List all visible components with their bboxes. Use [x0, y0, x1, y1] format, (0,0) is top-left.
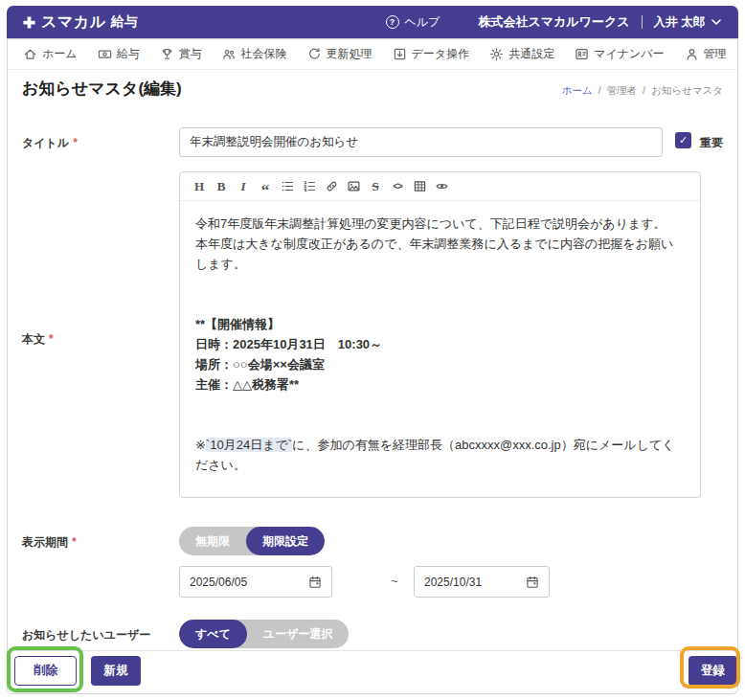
users-toggle: すべて ユーザー選択	[179, 620, 349, 648]
breadcrumb: ホーム / 管理者 / お知らせマスタ	[562, 84, 723, 98]
chevron-down-icon	[711, 19, 721, 26]
nav-item-admin[interactable]: 管理	[685, 46, 727, 62]
users-field-label: お知らせしたいユーザー	[22, 627, 150, 644]
title-input[interactable]	[179, 127, 663, 157]
editor-line: 場所：○○会場××会議室	[195, 354, 685, 374]
table-icon[interactable]	[412, 178, 427, 195]
delete-button[interactable]: 削除	[14, 656, 77, 686]
help-label: ヘルプ	[405, 14, 440, 31]
plus-logo-icon	[22, 15, 36, 30]
nav-item-social-insurance[interactable]: 社会保険	[222, 46, 287, 62]
app-header: スマカル 給与 ? ヘルプ 株式会社スマカルワークス 入井 太郎	[7, 6, 738, 38]
submit-button[interactable]: 登録	[689, 656, 737, 686]
breadcrumb-separator: /	[598, 84, 601, 96]
app-logo[interactable]: スマカル 給与	[22, 12, 139, 33]
nav-item-payroll[interactable]: 給与	[98, 46, 140, 62]
bold-icon[interactable]: B	[214, 178, 229, 195]
date-from-value: 2025/06/05	[190, 576, 247, 589]
preview-eye-icon[interactable]	[434, 178, 449, 195]
breadcrumb-admin: 管理者	[607, 84, 638, 98]
banknote-icon	[98, 47, 112, 61]
period-field-label: 表示期間*	[22, 534, 77, 551]
content-box: ホーム 給与 賞与 社会保険 更新処理 データ操作 共通設定 マイナンバー	[7, 38, 738, 694]
nav-item-home[interactable]: ホーム	[23, 46, 78, 62]
period-toggle: 無期限 期限設定	[179, 527, 325, 555]
date-to-input[interactable]: 2025/10/31	[414, 566, 550, 598]
nav-item-bonus[interactable]: 賞与	[160, 46, 202, 62]
main-nav: ホーム 給与 賞与 社会保険 更新処理 データ操作 共通設定 マイナンバー	[8, 39, 737, 70]
editor-content[interactable]: 令和7年度版年末調整計算処理の変更内容について、下記日程で説明会があります。本年…	[180, 201, 700, 497]
breadcrumb-current: お知らせマスタ	[651, 84, 723, 98]
link-icon[interactable]	[324, 178, 339, 195]
trophy-icon	[160, 47, 174, 61]
heading-icon[interactable]: H	[192, 178, 207, 195]
quote-icon[interactable]: “	[258, 178, 273, 195]
breadcrumb-separator: /	[643, 84, 645, 96]
image-icon[interactable]	[346, 178, 361, 195]
editor-line: 本年度は大きな制度改正があるので、年末調整業務に入るまでに内容の把握をお願いしま…	[195, 234, 685, 274]
editor-line: ※`10月24日まで`に、参加の有無を経理部長（abcxxxx@xxx.co.j…	[195, 435, 685, 475]
editor-line	[195, 294, 685, 314]
required-mark: *	[49, 332, 54, 346]
people-icon	[222, 47, 237, 61]
download-box-icon	[393, 47, 407, 61]
editor-line	[195, 395, 685, 415]
nav-item-data-operations[interactable]: データ操作	[393, 46, 470, 62]
code-icon[interactable]: <>	[390, 178, 405, 195]
period-option-indefinite[interactable]: 無期限	[179, 527, 246, 555]
nav-item-common-settings[interactable]: 共通設定	[489, 46, 554, 62]
calendar-icon[interactable]	[526, 576, 539, 589]
editor-line: 日時：2025年10月31日 10:30～	[195, 334, 685, 354]
markdown-editor: H B I “ S <> 令和7年度版年末調整	[179, 171, 701, 498]
users-option-select[interactable]: ユーザー選択	[247, 620, 350, 648]
footer-divider	[8, 650, 737, 651]
user-name: 入井 太郎	[654, 14, 705, 31]
header-right: ? ヘルプ 株式会社スマカルワークス 入井 太郎	[386, 13, 721, 31]
home-icon	[23, 47, 37, 61]
editor-line	[195, 415, 685, 435]
company-name: 株式会社スマカルワークス	[478, 13, 629, 31]
important-checkbox[interactable]: ✓	[675, 132, 691, 148]
important-label: 重要	[700, 135, 723, 151]
logo-suffix: 給与	[111, 13, 139, 31]
help-button[interactable]: ? ヘルプ	[386, 14, 440, 31]
new-button[interactable]: 新規	[91, 656, 141, 686]
body-field-label: 本文*	[22, 331, 54, 348]
nav-item-update[interactable]: 更新処理	[307, 46, 372, 62]
date-from-input[interactable]: 2025/06/05	[179, 566, 332, 598]
logo-text: スマカル	[41, 12, 106, 33]
user-menu[interactable]: 入井 太郎	[654, 14, 721, 31]
calendar-icon[interactable]	[308, 576, 322, 589]
date-range-separator: ~	[391, 574, 398, 588]
gear-icon	[489, 47, 504, 61]
unordered-list-icon[interactable]	[280, 178, 295, 195]
refresh-icon	[307, 47, 322, 61]
date-to-value: 2025/10/31	[424, 576, 482, 589]
header-divider	[642, 15, 643, 29]
italic-icon[interactable]: I	[236, 178, 251, 195]
editor-line: 主催：△△税務署**	[195, 374, 685, 395]
editor-line: 令和7年度版年末調整計算処理の変更内容について、下記日程で説明会があります。	[195, 214, 685, 234]
ordered-list-icon[interactable]	[302, 178, 317, 195]
users-option-all[interactable]: すべて	[179, 620, 247, 648]
required-mark: *	[72, 535, 77, 549]
page-title: お知らせマスタ(編集)	[22, 78, 182, 100]
required-mark: *	[73, 136, 78, 149]
help-icon: ?	[386, 15, 399, 29]
nav-item-mynumber[interactable]: マイナンバー	[575, 46, 664, 62]
id-card-icon	[575, 47, 589, 61]
person-icon	[685, 47, 699, 61]
editor-line: **【開催情報】	[195, 314, 685, 334]
strikethrough-icon[interactable]: S	[368, 178, 383, 195]
title-field-label: タイトル*	[22, 135, 78, 151]
period-option-set[interactable]: 期限設定	[246, 527, 325, 555]
editor-toolbar: H B I “ S <>	[180, 172, 700, 201]
breadcrumb-home-link[interactable]: ホーム	[562, 84, 593, 98]
editor-line	[195, 274, 685, 294]
account-area: 株式会社スマカルワークス 入井 太郎	[478, 13, 721, 31]
